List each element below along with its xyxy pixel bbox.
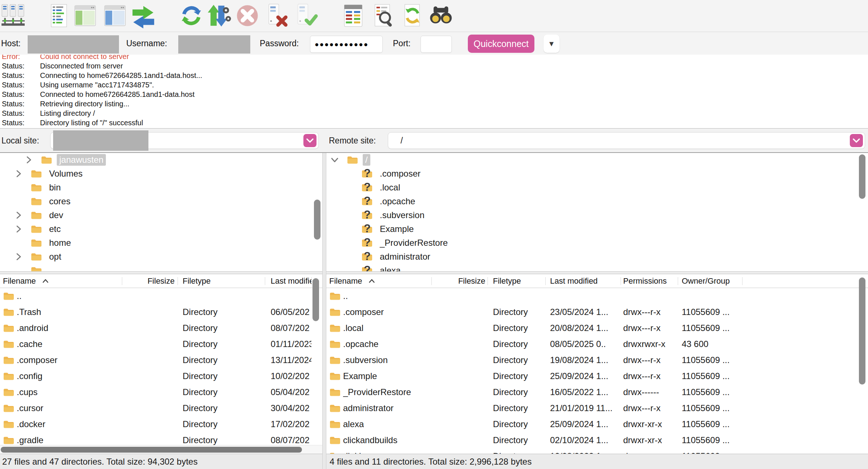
file-row[interactable]: .configDirectory10/02/202 [0, 368, 322, 384]
refresh-button[interactable] [179, 3, 204, 28]
column-header-last-modified[interactable]: Last modified [550, 274, 598, 288]
file-row[interactable]: .TrashDirectory06/05/202 [0, 304, 322, 320]
tree-item[interactable]: ?administrator [326, 250, 868, 264]
host-input[interactable] [28, 35, 119, 54]
tree-item[interactable]: / [326, 153, 868, 167]
file-row[interactable]: .cupsDirectory05/04/202 [0, 384, 322, 400]
file-row[interactable]: .cacheDirectory01/11/2023 [0, 336, 322, 352]
chevron-right-icon[interactable] [12, 169, 25, 178]
file-row[interactable]: .composerDirectory23/05/2024 1...drwx---… [326, 304, 868, 320]
column-divider[interactable] [621, 277, 621, 285]
file-row[interactable]: .androidDirectory08/07/202 [0, 320, 322, 336]
column-divider[interactable] [311, 277, 312, 285]
column-divider[interactable] [178, 277, 178, 285]
find-files-button[interactable] [429, 3, 453, 28]
file-row[interactable]: .composerDirectory13/11/2024 [0, 352, 322, 368]
transfer-queue-toggle-button[interactable] [131, 3, 156, 28]
column-header-owner-group[interactable]: Owner/Group [682, 274, 730, 288]
file-row[interactable]: .subversionDirectory19/08/2024 1...drwx-… [326, 352, 868, 368]
chevron-down-icon[interactable] [329, 155, 341, 164]
column-header-filesize[interactable]: Filesize [433, 274, 485, 288]
remote-site-dropdown-button[interactable] [850, 134, 863, 147]
column-header-permissions[interactable]: Permissions [623, 274, 667, 288]
log-label: Status: [0, 80, 40, 90]
password-input[interactable]: ●●●●●●●●●●● [310, 36, 383, 53]
file-row[interactable]: .localDirectory20/08/2024 1...drwx---r-x… [326, 320, 868, 336]
tree-item[interactable]: ?alexa [326, 264, 868, 271]
file-row[interactable]: .cursorDirectory30/04/202 [0, 400, 322, 416]
column-divider[interactable] [678, 277, 678, 285]
tree-item[interactable]: ?Example [326, 222, 868, 236]
tree-item[interactable]: ?.subversion [326, 208, 868, 222]
quickconnect-dropdown-button[interactable]: ▼ [544, 35, 560, 53]
local-hscroll-thumb[interactable] [1, 447, 302, 453]
file-row[interactable]: alexaDirectory25/09/2024 1...drwxr-xr-x1… [326, 416, 868, 432]
remote-list-scrollbar[interactable] [859, 277, 865, 385]
chevron-right-icon[interactable] [12, 252, 25, 261]
chevron-right-icon[interactable] [12, 211, 25, 220]
tree-item[interactable]: bin [0, 181, 322, 194]
site-manager-button[interactable] [1, 3, 25, 28]
message-log-toggle-button[interactable] [47, 3, 71, 28]
chevron-right-icon[interactable] [23, 155, 35, 164]
site-manager-icon [1, 23, 25, 29]
local-tree-toggle-button[interactable] [73, 3, 97, 28]
column-divider[interactable] [742, 277, 742, 285]
filename-filters-button[interactable] [371, 3, 396, 28]
panel-splitter[interactable] [322, 153, 326, 469]
folder-icon [329, 355, 341, 365]
tree-item[interactable] [0, 264, 322, 271]
port-input[interactable] [421, 36, 452, 53]
local-site-combobox[interactable] [50, 132, 319, 149]
file-row[interactable]: .. [326, 288, 868, 304]
column-header-filename[interactable]: Filename [3, 274, 49, 288]
synchronized-browsing-button[interactable] [400, 3, 425, 28]
file-row[interactable]: clickandbuildsDirectory02/10/2024 1...dr… [326, 432, 868, 448]
local-tree-scrollbar[interactable] [314, 200, 320, 240]
cancel-button[interactable] [235, 3, 260, 28]
column-divider[interactable] [265, 277, 265, 285]
tree-list-splitter[interactable] [0, 271, 868, 274]
tree-item[interactable]: ?_ProviderRestore [326, 236, 868, 250]
disconnect-button[interactable] [264, 3, 289, 28]
file-row[interactable]: .. [0, 288, 322, 304]
folder-icon [31, 210, 42, 220]
remote-tree-scrollbar[interactable] [859, 154, 865, 199]
tree-item[interactable]: ?.composer [326, 167, 868, 181]
column-divider[interactable] [487, 277, 488, 285]
file-row[interactable]: administratorDirectory21/01/2019 11...dr… [326, 400, 868, 416]
tree-item[interactable]: etc [0, 222, 322, 236]
quickconnect-button[interactable]: Quickconnect [468, 35, 534, 53]
file-row[interactable]: .gradleDirectory08/07/202 [0, 432, 322, 445]
column-header-filetype[interactable]: Filetype [183, 274, 211, 288]
remote-tree-toggle-button[interactable] [103, 3, 127, 28]
tree-item[interactable]: ?.opcache [326, 194, 868, 208]
file-row[interactable]: _ProviderRestoreDirectory16/05/2022 1...… [326, 384, 868, 400]
file-row[interactable]: digi.homesDirectory12/08/2022 1...drwx--… [326, 448, 868, 454]
file-row[interactable]: ExampleDirectory25/09/2024 1...drwx---r-… [326, 368, 868, 384]
column-header-last-modified[interactable]: Last modified [271, 274, 311, 288]
file-row[interactable]: .dockerDirectory17/02/202 [0, 416, 322, 432]
tree-item[interactable]: ?.local [326, 181, 868, 194]
column-header-filename[interactable]: Filename [329, 274, 375, 288]
column-divider[interactable] [545, 277, 546, 285]
column-divider[interactable] [431, 277, 432, 285]
reconnect-button[interactable] [293, 3, 318, 28]
file-row[interactable]: .opcacheDirectory08/05/2025 0..drwxrwxr-… [326, 336, 868, 352]
process-queue-button[interactable] [207, 3, 231, 28]
username-input[interactable] [178, 35, 250, 54]
remote-site-combobox[interactable]: / [388, 132, 865, 149]
tree-item[interactable]: janawusten [0, 153, 322, 167]
directory-comparison-button[interactable] [341, 3, 366, 28]
tree-item[interactable]: opt [0, 250, 322, 264]
local-list-scrollbar[interactable] [312, 278, 319, 321]
column-header-filetype[interactable]: Filetype [493, 274, 521, 288]
tree-item[interactable]: dev [0, 208, 322, 222]
tree-item[interactable]: cores [0, 194, 322, 208]
local-site-dropdown-button[interactable] [303, 134, 316, 147]
tree-item[interactable]: Volumes [0, 167, 322, 181]
tree-item[interactable]: home [0, 236, 322, 250]
column-header-filesize[interactable]: Filesize [124, 274, 175, 288]
chevron-right-icon[interactable] [12, 225, 25, 233]
column-divider[interactable] [122, 277, 122, 285]
